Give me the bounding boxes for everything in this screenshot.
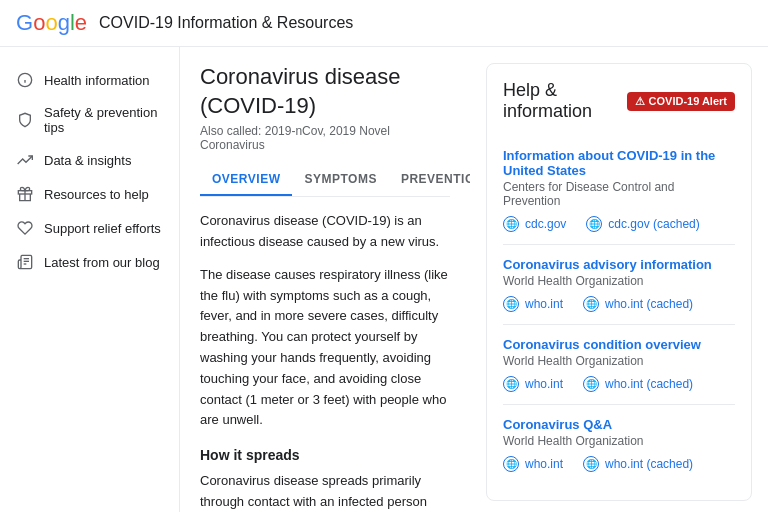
content-area: Coronavirus disease (COVID-19) Also call…	[180, 47, 768, 512]
sidebar-label-blog: Latest from our blog	[44, 255, 160, 270]
info-item-2: Coronavirus condition overview World Hea…	[503, 325, 735, 405]
gift-icon	[16, 185, 34, 203]
overview-paragraph-2: The disease causes respiratory illness (…	[200, 265, 450, 431]
alert-text: COVID-19 Alert	[649, 95, 727, 107]
info-title-0[interactable]: Information about COVID-19 in the United…	[503, 148, 735, 178]
info-link-0b[interactable]: 🌐 cdc.gov (cached)	[586, 216, 699, 232]
article-tabs: OVERVIEW SYMPTOMS PREVENTION TREATMENTS	[200, 164, 450, 197]
sidebar-label-health-info: Health information	[44, 73, 150, 88]
article-also-called: Also called: 2019-nCov, 2019 Novel Coron…	[200, 124, 450, 152]
globe-icon-3b: 🌐	[583, 456, 599, 472]
sidebar-item-data-insights[interactable]: Data & insights	[0, 143, 179, 177]
info-link-0a[interactable]: 🌐 cdc.gov	[503, 216, 566, 232]
logo-e: e	[75, 10, 87, 36]
main-layout: Health information Safety & prevention t…	[0, 47, 768, 512]
sidebar-label-relief: Support relief efforts	[44, 221, 161, 236]
info-links-3: 🌐 who.int 🌐 who.int (cached)	[503, 456, 735, 472]
how-it-spreads-heading: How it spreads	[200, 447, 450, 463]
also-called-label: Also called:	[200, 124, 261, 138]
sidebar-item-relief[interactable]: Support relief efforts	[0, 211, 179, 245]
alert-icon: ⚠	[635, 95, 645, 108]
globe-icon-1a: 🌐	[503, 296, 519, 312]
newspaper-icon	[16, 253, 34, 271]
trending-up-icon	[16, 151, 34, 169]
shield-icon	[16, 111, 34, 129]
sidebar-label-data-insights: Data & insights	[44, 153, 131, 168]
covid-alert-badge: ⚠ COVID-19 Alert	[627, 92, 735, 111]
info-org-2: World Health Organization	[503, 354, 735, 368]
sidebar-item-health-info[interactable]: Health information	[0, 63, 179, 97]
tab-overview[interactable]: OVERVIEW	[200, 164, 292, 196]
info-link-3b[interactable]: 🌐 who.int (cached)	[583, 456, 693, 472]
logo-g: G	[16, 10, 33, 36]
info-link-1b[interactable]: 🌐 who.int (cached)	[583, 296, 693, 312]
sidebar-label-safety-tips: Safety & prevention tips	[44, 105, 163, 135]
info-item-3: Coronavirus Q&A World Health Organizatio…	[503, 405, 735, 484]
tab-prevention[interactable]: PREVENTION	[389, 164, 470, 196]
globe-icon-2a: 🌐	[503, 376, 519, 392]
article-title: Coronavirus disease (COVID-19)	[200, 63, 450, 120]
right-panel: Help & information ⚠ COVID-19 Alert Info…	[470, 47, 768, 512]
help-title: Help & information	[503, 80, 627, 122]
article-panel: Coronavirus disease (COVID-19) Also call…	[180, 47, 470, 512]
info-title-3[interactable]: Coronavirus Q&A	[503, 417, 735, 432]
info-item-0: Information about COVID-19 in the United…	[503, 136, 735, 245]
sidebar-label-resources: Resources to help	[44, 187, 149, 202]
sidebar-item-resources[interactable]: Resources to help	[0, 177, 179, 211]
page-title: COVID-19 Information & Resources	[99, 14, 353, 32]
logo-o1: o	[33, 10, 45, 36]
info-title-2[interactable]: Coronavirus condition overview	[503, 337, 735, 352]
info-link-3a[interactable]: 🌐 who.int	[503, 456, 563, 472]
info-link-2b[interactable]: 🌐 who.int (cached)	[583, 376, 693, 392]
globe-icon-0a: 🌐	[503, 216, 519, 232]
info-org-0: Centers for Disease Control and Preventi…	[503, 180, 735, 208]
circle-info-icon	[16, 71, 34, 89]
sidebar: Health information Safety & prevention t…	[0, 47, 180, 512]
info-link-2a[interactable]: 🌐 who.int	[503, 376, 563, 392]
info-links-1: 🌐 who.int 🌐 who.int (cached)	[503, 296, 735, 312]
tab-symptoms[interactable]: SYMPTOMS	[292, 164, 388, 196]
globe-icon-1b: 🌐	[583, 296, 599, 312]
help-header: Help & information ⚠ COVID-19 Alert	[503, 80, 735, 122]
info-item-1: Coronavirus advisory information World H…	[503, 245, 735, 325]
globe-icon-3a: 🌐	[503, 456, 519, 472]
sidebar-item-safety-tips[interactable]: Safety & prevention tips	[0, 97, 179, 143]
info-links-0: 🌐 cdc.gov 🌐 cdc.gov (cached)	[503, 216, 735, 232]
info-links-2: 🌐 who.int 🌐 who.int (cached)	[503, 376, 735, 392]
info-org-1: World Health Organization	[503, 274, 735, 288]
sidebar-item-blog[interactable]: Latest from our blog	[0, 245, 179, 279]
page-header: Google COVID-19 Information & Resources	[0, 0, 768, 47]
globe-icon-2b: 🌐	[583, 376, 599, 392]
how-it-spreads-body: Coronavirus disease spreads primarily th…	[200, 471, 450, 512]
info-org-3: World Health Organization	[503, 434, 735, 448]
overview-paragraph-1: Coronavirus disease (COVID-19) is an inf…	[200, 211, 450, 253]
logo-g2: g	[58, 10, 70, 36]
help-card: Help & information ⚠ COVID-19 Alert Info…	[486, 63, 752, 501]
globe-icon-0b: 🌐	[586, 216, 602, 232]
logo-o2: o	[45, 10, 57, 36]
info-link-1a[interactable]: 🌐 who.int	[503, 296, 563, 312]
google-logo: Google	[16, 10, 87, 36]
info-title-1[interactable]: Coronavirus advisory information	[503, 257, 735, 272]
heart-icon	[16, 219, 34, 237]
